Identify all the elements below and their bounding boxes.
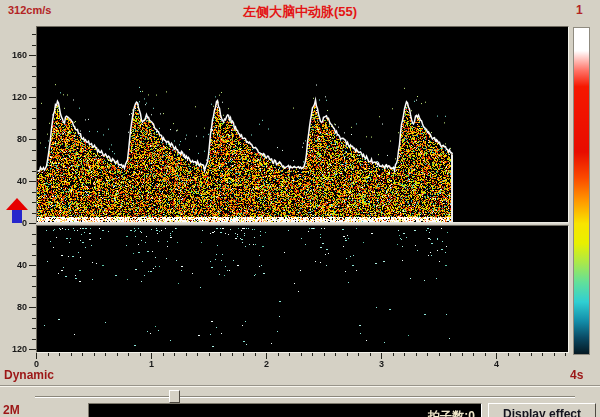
y-tick: [32, 34, 36, 35]
y-tick: [29, 265, 36, 266]
y-tick: [32, 45, 36, 46]
y-tick: [32, 87, 36, 88]
y-tick: [32, 297, 36, 298]
y-tick: [32, 118, 36, 119]
y-tick: [32, 150, 36, 151]
x-tick: [186, 353, 187, 356]
spectrogram-reverse-canvas: [36, 225, 569, 353]
y-tick: [32, 244, 36, 245]
signal-display-bar: 拍子数:0: [88, 403, 482, 417]
x-tick: [174, 353, 175, 356]
sweep-duration-label: 4s: [570, 368, 583, 382]
y-tick: [29, 55, 36, 56]
page-title: 左侧大脑中动脉(55): [0, 3, 600, 21]
x-tick: [220, 353, 221, 356]
y-tick-label: 120: [2, 344, 27, 354]
mode-label: Dynamic: [4, 368, 54, 382]
x-tick: [519, 353, 520, 356]
y-tick: [32, 255, 36, 256]
x-tick: [473, 353, 474, 356]
x-tick: [324, 353, 325, 356]
y-tick: [32, 129, 36, 130]
x-tick: [197, 353, 198, 356]
y-tick: [29, 139, 36, 140]
x-tick: [370, 353, 371, 356]
y-tick: [32, 192, 36, 193]
x-tick: [427, 353, 428, 356]
y-tick-label: 80: [2, 302, 27, 312]
probe-label: 2M: [3, 403, 20, 417]
x-tick: [485, 353, 486, 356]
y-tick: [32, 202, 36, 203]
x-tick: [82, 353, 83, 356]
x-tick: [358, 353, 359, 356]
y-tick: [32, 76, 36, 77]
y-tick: [29, 181, 36, 182]
y-tick: [32, 276, 36, 277]
x-tick-label: 4: [490, 359, 503, 369]
y-tick: [32, 66, 36, 67]
channel-indicator: 1: [576, 3, 583, 17]
tcd-application-window: { "header": { "scale_label": "312cm/s", …: [0, 0, 600, 417]
x-tick: [163, 353, 164, 356]
x-tick: [59, 353, 60, 356]
y-tick-label: 120: [2, 92, 27, 102]
x-tick-label: 2: [260, 359, 273, 369]
velocity-colorbar: [573, 27, 590, 355]
display-effect-button[interactable]: Display effect: [488, 403, 596, 417]
x-tick: [450, 353, 451, 356]
x-tick: [105, 353, 106, 356]
x-tick: [565, 353, 566, 356]
x-tick: [48, 353, 49, 356]
x-tick: [278, 353, 279, 356]
x-tick: [255, 353, 256, 356]
y-tick: [32, 171, 36, 172]
x-tick: [531, 353, 532, 356]
y-tick: [29, 349, 36, 350]
x-tick: [462, 353, 463, 356]
x-tick-label: 1: [145, 359, 158, 369]
x-tick: [508, 353, 509, 356]
x-tick: [71, 353, 72, 356]
y-tick: [29, 97, 36, 98]
y-tick-label: 40: [2, 176, 27, 186]
y-tick: [32, 328, 36, 329]
x-tick: [439, 353, 440, 356]
time-position-slider-thumb[interactable]: [169, 390, 180, 403]
y-tick: [32, 234, 36, 235]
y-tick: [32, 160, 36, 161]
y-tick: [32, 108, 36, 109]
time-position-slider-track[interactable]: [35, 396, 575, 398]
x-tick: [94, 353, 95, 356]
x-tick: [289, 353, 290, 356]
x-tick: [416, 353, 417, 356]
spectrogram-forward-canvas: [36, 26, 569, 223]
y-tick: [29, 307, 36, 308]
y-tick: [32, 286, 36, 287]
x-tick: [393, 353, 394, 356]
x-tick: [347, 353, 348, 356]
x-tick: [404, 353, 405, 356]
y-tick: [29, 223, 36, 224]
x-tick: [243, 353, 244, 356]
x-tick: [128, 353, 129, 356]
x-tick: [232, 353, 233, 356]
beat-count-label: 拍子数:0: [428, 408, 475, 417]
x-tick: [312, 353, 313, 356]
y-tick: [32, 213, 36, 214]
divider: [0, 385, 600, 387]
y-tick-label: 160: [2, 50, 27, 60]
flow-direction-up-icon: [5, 198, 29, 225]
x-tick: [542, 353, 543, 356]
x-tick-label: 3: [375, 359, 388, 369]
x-tick: [117, 353, 118, 356]
y-tick: [32, 339, 36, 340]
y-tick-label: 80: [2, 134, 27, 144]
y-tick: [32, 318, 36, 319]
x-tick: [301, 353, 302, 356]
y-tick-label: 40: [2, 260, 27, 270]
x-tick: [209, 353, 210, 356]
x-tick: [554, 353, 555, 356]
x-tick: [140, 353, 141, 356]
x-tick: [335, 353, 336, 356]
